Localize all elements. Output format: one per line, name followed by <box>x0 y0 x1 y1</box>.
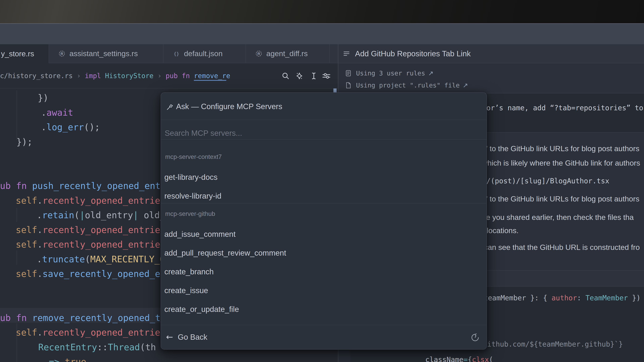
code-token: retain <box>42 210 74 220</box>
code-line: self.recently_opened_entries <box>16 193 166 208</box>
desktop-background <box>0 0 644 23</box>
thread-list-icon[interactable] <box>343 50 350 57</box>
code-token: . <box>37 254 42 264</box>
code-token: log_err <box>46 122 84 132</box>
mcp-tool-item[interactable]: create_branch <box>164 264 484 280</box>
code-token: fn <box>16 313 32 323</box>
rules-row[interactable]: Using 3 user rules↗ <box>345 69 434 77</box>
tab-label: assistant_settings.rs <box>70 49 138 58</box>
code-token: (th <box>140 342 156 352</box>
code-token: . <box>37 239 42 250</box>
code-token: className <box>425 356 464 362</box>
mcp-tool-item[interactable]: add_issue_comment <box>164 226 484 242</box>
code-token: . <box>37 225 42 235</box>
code-token: . <box>41 107 46 118</box>
response-line: e you shared earlier, then check the fil… <box>486 213 634 222</box>
tab-y_store.rs[interactable]: y_store.rs <box>0 44 49 63</box>
code-token: recently_opened_entries <box>42 239 166 250</box>
breadcrumb-segment: impl <box>85 72 105 80</box>
panel-code-line: teamMember }: { author: TeamMember }) <box>484 293 641 303</box>
rules-row[interactable]: Using project ".rules" file↗ <box>345 82 468 89</box>
code-token: author <box>552 294 577 302</box>
mcp-server-modal: Ask — Configure MCP Servers mcp-server-c… <box>161 92 487 350</box>
code-token: TeamMember <box>586 294 628 302</box>
response-line: can see that the GitHub URL is construct… <box>484 243 640 252</box>
code-line: .retain(|old_entry| old_ent <box>37 208 181 222</box>
tab-bar: y_store.rsRassistant_settings.rs{}defaul… <box>0 44 338 63</box>
code-token: | <box>80 210 85 220</box>
sparkle-icon[interactable] <box>295 71 304 81</box>
code-token: recently_opened_entries <box>42 195 166 206</box>
code-token: recently_opened_entries <box>42 225 166 235</box>
rust-icon: R <box>255 50 263 57</box>
code-token: self <box>16 239 37 250</box>
mcp-search-input[interactable] <box>164 127 467 139</box>
code-token: ( <box>489 356 493 362</box>
code-line: RecentEntry::Thread(th <box>38 340 156 355</box>
code-token: remove_recently_opened_th <box>32 313 166 323</box>
code-line: self.recently_opened_entries <box>16 223 166 237</box>
code-line: self.recently_opened_entries <box>16 237 166 252</box>
json-icon: {} <box>172 50 180 57</box>
code-token: { <box>468 356 472 362</box>
code-line: ub fn remove_recently_opened_th <box>0 311 166 325</box>
mcp-section-label: mcp-server-context7 <box>165 153 222 160</box>
tab-assistant_settings.rs[interactable]: Rassistant_settings.rs <box>49 44 164 63</box>
rust-icon: R <box>58 50 66 57</box>
indent-guide <box>16 208 17 222</box>
mcp-tool-item[interactable]: resolve-library-id <box>164 188 484 204</box>
code-token: old_entry <box>85 210 133 220</box>
agent-panel-header[interactable]: Add GitHub Repositories Tab Link <box>338 44 644 63</box>
breadcrumb-segment: HistoryStore <box>105 72 154 80</box>
breadcrumb[interactable]: c/history_store.rs › impl HistoryStore ›… <box>0 70 230 82</box>
code-token: teamMember }: { <box>484 294 552 302</box>
history-icon[interactable] <box>471 333 480 342</box>
mcp-tool-item[interactable]: get-library-docs <box>164 169 484 185</box>
rules-label: Using 3 user rules <box>356 69 425 77</box>
code-token: }) <box>628 294 641 302</box>
code-line: }) <box>38 90 48 105</box>
svg-text:R: R <box>258 52 260 56</box>
tab-default.json[interactable]: {}default.json <box>164 44 246 63</box>
rules-label: Using project ".rules" file <box>356 82 460 89</box>
indent-guide <box>16 251 17 265</box>
code-token: fn <box>16 181 32 191</box>
code-line: self.recently_opened_entries <box>16 325 166 340</box>
breadcrumb-segment: c/history_store.rs <box>0 72 72 80</box>
thread-title: Add GitHub Repositories Tab Link <box>355 49 471 58</box>
code-token: ( <box>74 210 80 220</box>
mcp-section-label: mcp-server-github <box>165 210 215 217</box>
go-back-label: Go Back <box>178 333 207 342</box>
external-link-icon: ↗ <box>428 69 434 77</box>
tab-label: default.json <box>184 49 222 58</box>
editor-scrollbar-thumb[interactable] <box>334 88 336 92</box>
mcp-tool-item[interactable]: create_issue <box>164 282 484 299</box>
tab-agent_diff.rs[interactable]: Ragent_diff.rs <box>246 44 330 63</box>
code-token: . <box>41 122 46 132</box>
svg-text:{}: {} <box>174 51 179 56</box>
modal-footer: ← Go Back <box>161 325 486 349</box>
sliders-icon[interactable] <box>322 71 331 81</box>
code-token: self <box>16 195 37 206</box>
response-line: ” to the GitHub link URLs for blog post … <box>485 194 639 204</box>
code-token: = <box>464 356 468 362</box>
external-link-icon: ↗ <box>463 82 468 89</box>
modal-header: Ask — Configure MCP Servers <box>161 93 486 120</box>
ibeam-icon[interactable] <box>309 71 318 81</box>
breadcrumb-segment: › <box>154 72 166 80</box>
code-token: ub <box>0 181 16 191</box>
mcp-tool-item[interactable]: create_or_update_file <box>164 301 484 317</box>
window-titlebar[interactable] <box>0 23 644 44</box>
indent-guide <box>16 90 17 140</box>
search-icon[interactable] <box>281 71 290 81</box>
code-token: }); <box>16 137 32 147</box>
breadcrumb-segment: remove_r <box>194 72 226 81</box>
response-line: locations. <box>487 226 518 236</box>
svg-text:R: R <box>60 52 63 56</box>
go-back-button[interactable]: ← Go Back <box>166 332 207 342</box>
code-token: ub <box>0 313 16 323</box>
code-token: . <box>37 327 42 338</box>
code-token: . <box>37 210 42 220</box>
code-token: . <box>37 269 42 279</box>
mcp-tool-item[interactable]: add_pull_request_review_comment <box>164 245 484 261</box>
